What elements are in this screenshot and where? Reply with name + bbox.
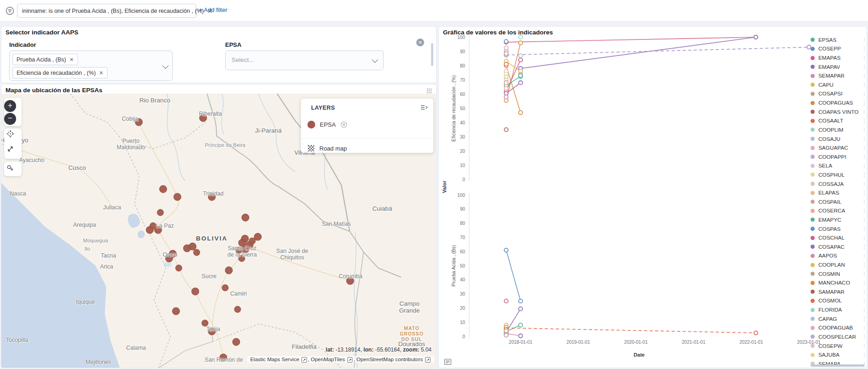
panel-scrollbar[interactable] (431, 43, 433, 66)
epsa-marker[interactable] (242, 246, 249, 253)
epsa-marker[interactable] (234, 306, 241, 313)
legend-item[interactable]: COAPAS VINTO⋮ (811, 107, 867, 117)
epsa-marker[interactable] (192, 288, 199, 295)
legend-item-menu-icon[interactable]: ⋮ (862, 244, 867, 249)
data-point[interactable] (504, 51, 508, 55)
legend-item-menu-icon[interactable]: ⋮ (862, 163, 867, 168)
legend-item[interactable]: COSAJU⋮ (811, 134, 867, 144)
legend-item[interactable]: COOPLAN⋮ (811, 260, 867, 269)
fit-to-bounds-icon[interactable] (4, 144, 16, 156)
data-point[interactable] (504, 333, 508, 337)
legend-item-menu-icon[interactable]: ⋮ (862, 308, 867, 313)
epsa-marker[interactable] (225, 267, 233, 274)
legend-item-menu-icon[interactable]: ⋮ (862, 253, 867, 258)
collapse-layers-icon[interactable] (420, 104, 428, 111)
epsa-marker[interactable] (176, 265, 182, 271)
legend-item[interactable]: EMAPAS⋮ (811, 53, 867, 62)
legend-item[interactable]: COSERCA⋮ (811, 207, 867, 216)
data-point[interactable] (519, 74, 522, 78)
legend-item[interactable]: COSPAS⋮ (811, 224, 867, 234)
data-point[interactable] (519, 81, 522, 84)
legend-item-menu-icon[interactable]: ⋮ (862, 217, 867, 222)
chevron-down-icon[interactable] (372, 56, 378, 63)
legend-item[interactable]: COSAALT⋮ (811, 116, 867, 125)
attribution-link[interactable]: OpenStreetMap contributors ↗ (357, 357, 431, 362)
epsa-marker[interactable] (220, 354, 227, 361)
legend-item-menu-icon[interactable]: ⋮ (862, 145, 867, 151)
data-point[interactable] (519, 58, 522, 62)
legend-item-menu-icon[interactable]: ⋮ (862, 316, 867, 321)
data-point[interactable] (519, 307, 522, 311)
legend-item-menu-icon[interactable]: ⋮ (862, 235, 867, 240)
data-point[interactable] (504, 95, 508, 99)
legend-item[interactable]: COSPHUL⋮ (811, 170, 867, 179)
epsa-marker[interactable] (208, 193, 216, 201)
data-point[interactable] (504, 128, 508, 131)
legend-item[interactable]: COSAPSI⋮ (811, 89, 867, 99)
data-point[interactable] (504, 46, 508, 50)
data-point[interactable] (504, 39, 508, 43)
data-point[interactable] (754, 331, 758, 335)
epsa-marker[interactable] (222, 285, 228, 291)
charts-canvas[interactable]: 0102030405060708090100Eficiencia de reca… (439, 27, 867, 368)
legend-item[interactable]: CAPAG⋮ (811, 314, 867, 324)
epsa-marker[interactable] (150, 223, 156, 229)
epsa-marker[interactable] (236, 247, 242, 253)
remove-tag-icon[interactable]: ✕ (69, 56, 74, 63)
data-point[interactable] (519, 41, 522, 45)
indicador-tag[interactable]: Prueba Acida , (Bs)✕ (12, 54, 78, 65)
legend-item[interactable]: COSEPP⋮ (811, 45, 867, 54)
data-point[interactable] (519, 323, 522, 327)
zoom-in-button[interactable]: + (4, 100, 16, 112)
layer-item-roadmap[interactable]: Road map (301, 139, 433, 157)
epsa-marker[interactable] (233, 338, 240, 346)
data-point[interactable] (504, 81, 508, 84)
legend-item-menu-icon[interactable]: ⋮ (862, 91, 867, 96)
data-point[interactable] (754, 35, 758, 39)
data-point[interactable] (519, 54, 522, 57)
legend-item-menu-icon[interactable]: ⋮ (862, 101, 867, 106)
epsa-select[interactable]: Select... (225, 50, 384, 70)
legend-item-menu-icon[interactable]: ⋮ (862, 118, 867, 123)
epsa-marker[interactable] (238, 239, 246, 246)
legend-item-menu-icon[interactable]: ⋮ (862, 56, 867, 61)
legend-item-menu-icon[interactable]: ⋮ (862, 172, 867, 177)
legend-item-menu-icon[interactable]: ⋮ (862, 181, 867, 186)
tools-icon[interactable] (4, 163, 16, 175)
epsa-marker[interactable] (238, 255, 245, 262)
data-point[interactable] (519, 35, 522, 39)
map-canvas[interactable]: Rio BrancoRiberaltaCobijaJi-ParanáPrínci… (1, 94, 436, 368)
legend-item[interactable]: COSPAIL⋮ (811, 197, 867, 207)
epsa-marker[interactable] (172, 308, 180, 315)
legend-item[interactable]: COSCHAL⋮ (811, 233, 867, 242)
data-point[interactable] (504, 62, 508, 66)
legend-item[interactable]: EPSAS⋮ (811, 35, 867, 45)
legend-item-menu-icon[interactable]: ⋮ (862, 190, 867, 196)
legend-item[interactable]: COOPAGUAS⋮ (811, 98, 867, 107)
legend-item-menu-icon[interactable]: ⋮ (862, 334, 867, 339)
legend-item[interactable]: FLORIDA⋮ (811, 305, 867, 314)
legend-item-menu-icon[interactable]: ⋮ (862, 199, 867, 204)
epsa-marker[interactable] (159, 185, 167, 193)
legend-item-menu-icon[interactable]: ⋮ (862, 46, 867, 51)
legend-item[interactable]: EMAPYC⋮ (811, 215, 867, 224)
legend-item[interactable]: CAPU⋮ (811, 80, 867, 89)
legend-item[interactable]: COOPLIM⋮ (811, 125, 867, 134)
epsa-marker[interactable] (249, 238, 255, 244)
legend-item[interactable]: COSAPAC⋮ (811, 242, 867, 252)
legend-scrollbar[interactable] (811, 364, 865, 367)
attribution-link[interactable]: Elastic Maps Service ↗ (250, 357, 307, 362)
legend-item[interactable]: COOPAPPI⋮ (811, 152, 867, 162)
data-point[interactable] (519, 334, 522, 338)
legend-item-menu-icon[interactable]: ⋮ (862, 136, 867, 141)
active-filter-pill[interactable]: ininname: is one of Prueba Acida , (Bs),… (17, 4, 196, 18)
legend-item-menu-icon[interactable]: ⋮ (862, 271, 867, 276)
epsa-marker[interactable] (242, 214, 249, 221)
legend-item-menu-icon[interactable]: ⋮ (862, 289, 867, 294)
legend-item-menu-icon[interactable]: ⋮ (862, 127, 867, 132)
data-point[interactable] (504, 86, 508, 90)
legend-item[interactable]: SAMAPAR⋮ (811, 287, 867, 296)
legend-item-menu-icon[interactable]: ⋮ (862, 82, 867, 87)
zoom-out-button[interactable]: − (4, 113, 16, 125)
epsa-marker[interactable] (165, 255, 173, 262)
